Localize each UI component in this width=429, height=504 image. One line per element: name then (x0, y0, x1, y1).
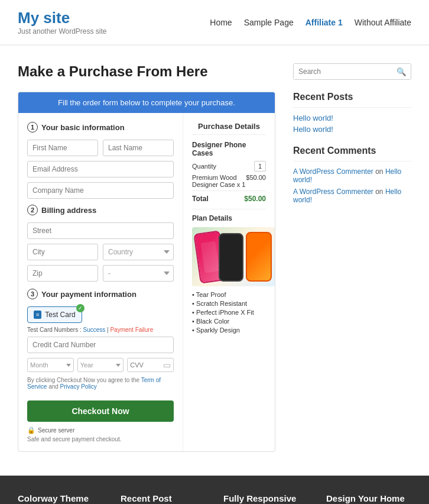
footer-col1-title: Colorway Theme (18, 493, 103, 503)
first-name-input[interactable] (27, 140, 98, 156)
city-country-row: Country (27, 244, 174, 260)
purchase-title: Purchase Details (192, 122, 266, 135)
site-tagline: Just another WordPress site (18, 27, 107, 35)
success-link[interactable]: Success (83, 327, 105, 333)
section2-label: Billing address (41, 206, 96, 215)
country-select[interactable]: Country (103, 244, 174, 260)
zip-input[interactable] (27, 265, 98, 282)
street-input[interactable] (27, 222, 174, 239)
card-check-icon: ✓ (76, 304, 84, 312)
main-content: Make a Purchase From Here Fill the order… (0, 46, 429, 464)
card-method[interactable]: ≡ Test Card ✓ (27, 306, 82, 323)
and-text: and (48, 383, 58, 390)
search-button[interactable]: 🔍 (392, 64, 411, 79)
form-header: Fill the order form below to complete yo… (18, 92, 275, 113)
street-row (27, 222, 174, 239)
commenter-1[interactable]: A WordPress Commenter (293, 167, 373, 176)
form-right: Purchase Details Designer Phone Cases Qu… (183, 113, 275, 451)
credit-card-field (27, 337, 174, 353)
card-label: Test Card (45, 311, 75, 319)
header: My site Just another WordPress site Home… (0, 0, 429, 45)
secure-text: Secure server (38, 427, 74, 434)
comment-on-2: on (375, 188, 383, 196)
comment-1: A WordPress Commenter on Hello world! (293, 167, 411, 184)
search-input[interactable] (294, 64, 392, 79)
purchase-form: Fill the order form below to complete yo… (18, 92, 275, 452)
month-select[interactable]: Month (27, 358, 74, 372)
comment-2: A WordPress Commenter on Hello world! (293, 188, 411, 204)
test-card-label: Test Card Numbers : (27, 327, 82, 333)
total-label: Total (192, 195, 209, 203)
last-name-input[interactable] (103, 140, 174, 156)
company-field (27, 182, 174, 199)
company-row (27, 182, 174, 199)
plan-title: Plan Details (192, 214, 266, 222)
sidebar: 🔍 Recent Posts Hello world! Hello world!… (293, 63, 411, 452)
quantity-label: Quantity (192, 163, 216, 170)
failure-link[interactable]: Payment Failure (110, 327, 153, 333)
recent-posts-section: Recent Posts Hello world! Hello world! (293, 92, 411, 134)
quantity-value: 1 (254, 161, 266, 172)
checkout-button[interactable]: Checkout Now (27, 400, 174, 422)
post-link-2[interactable]: Hello world! (293, 125, 411, 134)
street-field (27, 222, 174, 239)
nav-sample-page[interactable]: Sample Page (244, 18, 294, 27)
feature-4: Black Color (192, 318, 266, 325)
zip-field (27, 265, 98, 282)
plan-features-list: Tear Proof Scratch Resistant Perfect iPh… (192, 291, 266, 334)
secure-server-label: 🔒 Secure server (27, 427, 174, 434)
terms-text: By clicking Checkout Now you agree to th… (27, 377, 174, 390)
email-input[interactable] (27, 161, 174, 177)
product-name: Designer Phone Cases (192, 141, 266, 157)
site-title: My site (18, 9, 107, 27)
main-nav: Home Sample Page Affiliate 1 Without Aff… (210, 18, 411, 27)
email-row (27, 161, 174, 177)
feature-2: Scratch Resistant (192, 300, 266, 307)
name-row (27, 140, 174, 156)
quantity-row: Quantity 1 (192, 161, 266, 172)
footer-col-2: Recent Post Worth A Thousand Words Categ… (121, 493, 206, 504)
dash-select[interactable]: - (103, 265, 174, 282)
feature-3: Perfect iPhone X Fit (192, 309, 266, 316)
section3-label: Your payment information (41, 290, 136, 299)
post-link-1[interactable]: Hello world! (293, 114, 411, 122)
nav-affiliate1[interactable]: Affiliate 1 (306, 18, 343, 27)
section2-title: 2 Billing address (27, 205, 174, 215)
nav-without-affiliate[interactable]: Without Affiliate (355, 18, 411, 27)
city-input[interactable] (27, 244, 98, 260)
commenter-2[interactable]: A WordPress Commenter (293, 188, 373, 196)
footer-dark: Colorway Theme Footer is widgetized. To … (0, 476, 429, 504)
comment-on-1: on (375, 167, 383, 176)
privacy-link[interactable]: Privacy Policy (60, 383, 97, 390)
credit-card-input[interactable] (27, 337, 174, 353)
page-title: Make a Purchase From Here (18, 63, 275, 80)
footer-col4-title: Design Your Home (326, 493, 411, 503)
zip-row: - (27, 265, 174, 282)
country-field: Country (103, 244, 174, 260)
company-input[interactable] (27, 182, 174, 199)
footer-col-1: Colorway Theme Footer is widgetized. To … (18, 493, 103, 504)
first-name-field (27, 140, 98, 156)
section1-title: 1 Your basic information (27, 122, 174, 133)
footer-col3-title: Fully Responsive (223, 493, 308, 503)
section3-title: 3 Your payment information (27, 289, 174, 299)
section2-num: 2 (27, 205, 38, 215)
phone-case-black (219, 233, 243, 282)
section3-num: 3 (27, 289, 38, 299)
nav-home[interactable]: Home (210, 18, 232, 27)
phone-cases-image (192, 227, 275, 286)
total-price: $50.00 (244, 195, 266, 203)
product-desc-row: Premium Wood Designer Case x 1 $50.00 (192, 174, 266, 188)
lock-icon: 🔒 (27, 427, 35, 434)
dash-field: - (103, 265, 174, 282)
total-row: Total $50.00 (192, 190, 266, 203)
product-desc: Premium Wood Designer Case x 1 (192, 174, 246, 188)
year-select[interactable]: Year (77, 358, 124, 372)
form-body: 1 Your basic information (18, 113, 275, 451)
plan-section: Plan Details Tear Proof Scratch Resistan… (192, 209, 266, 334)
safe-text: Safe and secure payment checkout. (27, 436, 174, 442)
month-year-cvv-row: Month Year ▭ (27, 358, 174, 372)
cvv-input[interactable] (130, 361, 163, 369)
last-name-field (103, 140, 174, 156)
footer-col-3: Fully Responsive Colorway is a unique re… (223, 493, 308, 504)
